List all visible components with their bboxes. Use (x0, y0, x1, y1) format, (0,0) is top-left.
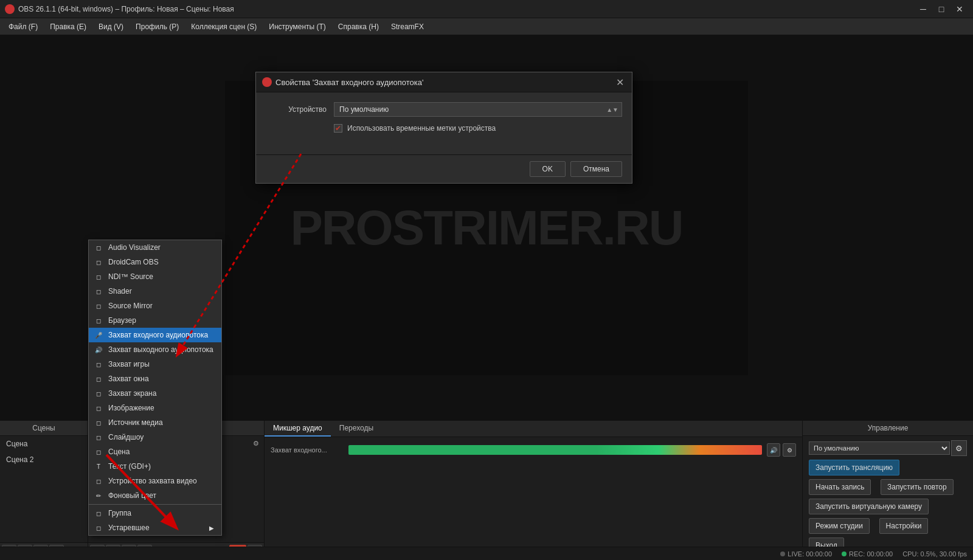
ctx-game-capture[interactable]: ◻ Захват игры (89, 357, 221, 372)
mute-button[interactable]: 🔊 (767, 443, 780, 457)
stream-select[interactable]: По умолчанию (809, 441, 950, 455)
start-replay-button[interactable]: Запустить повтор (881, 479, 954, 495)
checkbox-row: ✔ Использовать временные метки устройств… (334, 124, 622, 133)
menu-profile[interactable]: Профиль (P) (130, 18, 185, 35)
mixer-content: Захват входного... 🔊 ⚙ (265, 437, 802, 560)
sources-panel: Источники 🎤 Захват входного аудиопотока … (88, 421, 265, 560)
ctx-audio-output[interactable]: 🔊 Захват выходного аудиопотока (89, 342, 221, 357)
scenes-list: Сцена Сцена 2 (0, 436, 88, 542)
maximize-button[interactable]: □ (933, 2, 950, 16)
rec-text: REC: 00:00:00 (849, 550, 893, 558)
virtual-cam-button[interactable]: Запустить виртуальную камеру (809, 499, 929, 514)
ctx-image[interactable]: ◻ Изображение (89, 401, 221, 415)
menu-edit[interactable]: Правка (E) (44, 18, 92, 35)
stream-settings-icon[interactable]: ⚙ (951, 440, 967, 456)
ctx-label-color-source: Фоновый цвет (108, 491, 156, 500)
device-row: Устройство По умолчанию ▲▼ (266, 102, 622, 117)
cpu-text: CPU: 0.5%, 30.00 fps (902, 550, 967, 558)
mixer-row: Захват входного... 🔊 ⚙ (271, 443, 796, 457)
menu-file[interactable]: Файл (F) (2, 18, 44, 35)
ctx-scene[interactable]: ◻ Сцена (89, 444, 221, 459)
ctx-shader[interactable]: ◻ Shader (89, 284, 221, 299)
controls-panel: Управление По умолчанию ⚙ Запустить тран… (803, 421, 973, 560)
ctx-ndi[interactable]: ◻ NDI™ Source (89, 269, 221, 284)
ctx-icon-game-capture: ◻ (94, 359, 103, 369)
scene-item-2[interactable]: Сцена 2 (0, 452, 88, 468)
ctx-label-display-capture: Захват экрана (108, 389, 156, 398)
modal-ok-button[interactable]: OK (530, 161, 566, 177)
modal-title-area: Свойства 'Захват входного аудиопотока' (262, 77, 423, 87)
checkbox-check: ✔ (335, 124, 341, 133)
ctx-icon-audio-input: 🎤 (94, 330, 103, 340)
menu-view[interactable]: Вид (V) (92, 18, 130, 35)
menu-scenes[interactable]: Коллекция сцен (S) (185, 18, 263, 35)
ctx-icon-ndi: ◻ (94, 272, 103, 282)
modal-close-button[interactable]: ✕ (614, 76, 626, 88)
ctx-media-source[interactable]: ◻ Источник медиа (89, 415, 221, 430)
start-record-button[interactable]: Начать запись (809, 479, 871, 495)
studio-mode-button[interactable]: Режим студии (809, 518, 870, 534)
device-select[interactable]: По умолчанию (334, 102, 622, 117)
ctx-droidcam[interactable]: ◻ DroidCam OBS (89, 255, 221, 269)
checkbox-label: Использовать временные метки устройства (347, 124, 496, 133)
ctx-icon-slideshow: ◻ (94, 432, 103, 442)
ctx-video-capture[interactable]: ◻ Устройство захвата видео (89, 474, 221, 488)
menu-tools[interactable]: Инструменты (T) (263, 18, 331, 35)
ctx-icon-audio-output: 🔊 (94, 345, 103, 354)
ctx-label-slideshow: Слайдшоу (108, 433, 144, 441)
rec-status: REC: 00:00:00 (842, 550, 893, 558)
title-bar: OBS 26.1.1 (64-bit, windows) – Профиль: … (0, 0, 973, 18)
live-status: LIVE: 00:00:00 (780, 550, 832, 558)
ctx-browser[interactable]: ◻ Браузер (89, 313, 221, 328)
ctx-text-gdi[interactable]: T Текст (GDI+) (89, 459, 221, 474)
ctx-label-audio-output: Захват выходного аудиопотока (108, 345, 213, 354)
status-bar: LIVE: 00:00:00 REC: 00:00:00 CPU: 0.5%, … (0, 547, 973, 560)
mixer-tab-audio[interactable]: Микшер аудио (265, 421, 331, 437)
scenes-panel: Сцены Сцена Сцена 2 + − ∧ ∨ (0, 421, 88, 560)
ctx-icon-image: ◻ (94, 403, 103, 413)
audio-meter (348, 445, 762, 455)
timestamp-checkbox[interactable]: ✔ (334, 124, 342, 133)
ctx-source-mirror[interactable]: ◻ Source Mirror (89, 299, 221, 313)
ctx-display-capture[interactable]: ◻ Захват экрана (89, 386, 221, 401)
ctx-slideshow[interactable]: ◻ Слайдшоу (89, 430, 221, 444)
ctx-color-source[interactable]: ✏ Фоновый цвет (89, 488, 221, 503)
menu-bar: Файл (F) Правка (E) Вид (V) Профиль (P) … (0, 18, 973, 35)
ctx-group[interactable]: ◻ Группа (89, 506, 221, 520)
controls-content: По умолчанию ⚙ Запустить трансляцию Нача… (803, 436, 973, 560)
ctx-label-ndi: NDI™ Source (108, 272, 153, 281)
mixer-panel: Микшер аудио Переходы Захват входного...… (265, 421, 803, 560)
modal-cancel-button[interactable]: Отмена (570, 161, 622, 177)
close-button[interactable]: ✕ (951, 2, 968, 16)
ctx-window-capture[interactable]: ◻ Захват окна (89, 372, 221, 386)
source-settings-icon[interactable]: ⚙ (253, 440, 259, 448)
device-select-wrapper: По умолчанию ▲▼ (334, 102, 622, 117)
live-text: LIVE: 00:00:00 (788, 550, 832, 558)
ctx-submenu-arrow: ▶ (209, 525, 214, 531)
scene-item-1[interactable]: Сцена (0, 436, 88, 452)
ctx-icon-video-capture: ◻ (94, 476, 103, 486)
modal-body: Устройство По умолчанию ▲▼ ✔ Использоват… (256, 92, 632, 150)
ctx-icon-source-mirror: ◻ (94, 301, 103, 311)
mixer-tab-transitions[interactable]: Переходы (331, 421, 382, 437)
modal-title-text: Свойства 'Захват входного аудиопотока' (275, 78, 423, 87)
ctx-audio-visualizer[interactable]: ◻ Audio Visualizer (89, 240, 221, 255)
mixer-settings-button[interactable]: ⚙ (783, 443, 796, 457)
ctx-label-source-mirror: Source Mirror (108, 302, 153, 310)
ctx-label-legacy: Устаревшее (108, 524, 150, 532)
menu-streamfx[interactable]: StreamFX (385, 18, 430, 35)
ctx-label-droidcam: DroidCam OBS (108, 258, 159, 266)
modal-titlebar: Свойства 'Захват входного аудиопотока' ✕ (256, 72, 632, 92)
ctx-icon-audio-visualizer: ◻ (94, 243, 103, 252)
context-menu: ◻ Audio Visualizer ◻ DroidCam OBS ◻ NDI™… (88, 240, 222, 536)
ctx-label-audio-input: Захват входного аудиопотока (108, 331, 208, 339)
window-controls: ─ □ ✕ (915, 2, 968, 16)
ctx-icon-text-gdi: T (94, 461, 103, 471)
ctx-legacy[interactable]: ◻ Устаревшее ▶ (89, 520, 221, 535)
start-stream-button[interactable]: Запустить трансляцию (809, 460, 899, 475)
minimize-button[interactable]: ─ (915, 2, 932, 16)
menu-help[interactable]: Справка (H) (332, 18, 385, 35)
ctx-icon-scene: ◻ (94, 447, 103, 457)
settings-button[interactable]: Настройки (879, 518, 929, 534)
ctx-audio-input[interactable]: 🎤 Захват входного аудиопотока (89, 328, 221, 342)
